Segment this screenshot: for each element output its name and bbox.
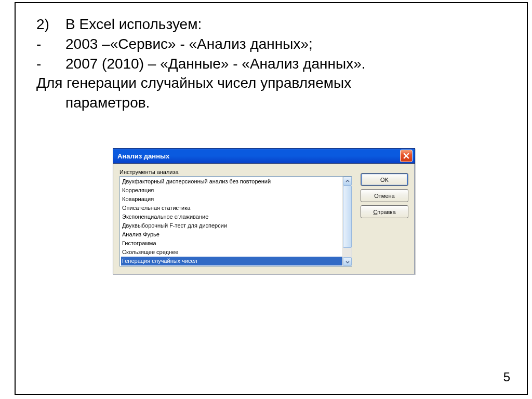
page-number: 5 [503,370,510,384]
text-line-3: 2007 (2010) – «Данные» - «Анализ данных»… [65,54,366,74]
text-line-1: В Excel используем: [65,15,202,34]
scroll-up-button[interactable] [343,177,352,185]
list-item[interactable]: Описательная статистика [121,204,342,212]
list-number: 2) [36,15,65,34]
list-item[interactable]: Скользящее среднее [121,248,342,257]
text-line-5: параметров. [36,93,501,113]
list-item-selected[interactable]: Генерация случайных чисел [121,257,342,265]
dialog-buttons: OK Отмена Справка [361,169,408,267]
scrollbar[interactable] [342,177,352,266]
cancel-button-label: Отмена [374,193,394,199]
list-group: Инструменты анализа Двухфакторный диспер… [119,169,352,267]
list-item[interactable]: Двухвыборочный F-тест для дисперсии [121,221,342,230]
text-line-2: 2003 –«Сервис» - «Анализ данных»; [65,34,313,54]
data-analysis-dialog: Анализ данных Инструменты анализа Двухфа… [113,148,415,274]
list-item[interactable]: Двухфакторный дисперсионный анализ без п… [121,177,342,186]
text-line-4: Для генерации случайных чисел управляемы… [36,73,501,93]
titlebar[interactable]: Анализ данных [113,149,415,164]
close-icon [403,153,409,159]
scroll-track[interactable] [343,185,352,257]
dialog-title: Анализ данных [117,152,169,160]
help-button[interactable]: Справка [361,205,408,218]
cancel-button[interactable]: Отмена [361,189,408,202]
list-item[interactable]: Гистограмма [121,239,342,248]
help-button-label: Справка [373,209,395,215]
bullet-dash: - [36,34,65,54]
group-label: Инструменты анализа [119,169,352,175]
bullet-dash: - [36,54,65,74]
ok-button-label: OK [380,177,389,183]
dialog-body: Инструменты анализа Двухфакторный диспер… [113,164,415,274]
scroll-down-button[interactable] [343,257,352,266]
close-button[interactable] [400,150,413,162]
tools-listbox[interactable]: Двухфакторный дисперсионный анализ без п… [119,176,352,267]
chevron-down-icon [345,260,350,264]
slide-text: 2) В Excel используем: - 2003 –«Сервис» … [36,15,501,113]
chevron-up-icon [345,179,350,183]
ok-button[interactable]: OK [361,173,408,186]
scroll-thumb[interactable] [343,185,352,248]
list-items: Двухфакторный дисперсионный анализ без п… [120,177,342,266]
list-item[interactable]: Ковариация [121,195,342,204]
list-item[interactable]: Анализ Фурье [121,230,342,239]
list-item[interactable]: Экспоненциальное сглаживание [121,212,342,221]
list-item[interactable]: Корреляция [121,186,342,195]
